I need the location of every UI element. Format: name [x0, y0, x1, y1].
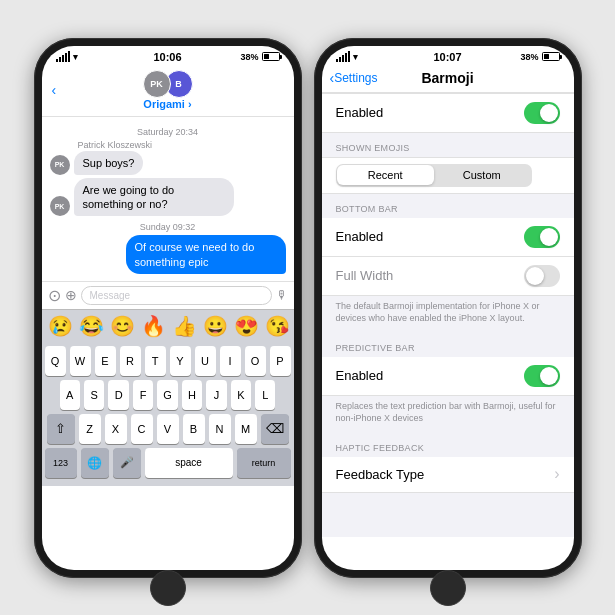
section-bottom-bar: BOTTOM BAR Enabled Full Width The defaul: [322, 194, 574, 333]
sender-name-pk: Patrick Kloszewski: [78, 140, 286, 150]
status-left: ▾: [56, 51, 78, 62]
message-input[interactable]: Message: [81, 286, 272, 305]
key-o[interactable]: O: [245, 346, 266, 376]
key-c[interactable]: C: [131, 414, 153, 444]
row-feedback-type[interactable]: Feedback Type: [322, 457, 574, 493]
delete-key[interactable]: ⌫: [261, 414, 289, 444]
status-left-2: ▾: [336, 51, 358, 62]
signal-icon: [56, 51, 70, 62]
audio-icon[interactable]: 🎙: [276, 288, 288, 302]
emoji-1[interactable]: 😂: [79, 314, 104, 338]
back-button[interactable]: ‹: [52, 82, 57, 98]
key-n[interactable]: N: [209, 414, 231, 444]
battery-icon-2: [542, 52, 560, 61]
toggle-enabled-top[interactable]: [524, 102, 560, 124]
emoji-0[interactable]: 😢: [48, 314, 73, 338]
section-predictive-bar: PREDICTIVE BAR Enabled Replaces the text…: [322, 333, 574, 433]
key-r[interactable]: R: [120, 346, 141, 376]
segment-recent[interactable]: Recent: [337, 165, 434, 185]
key-j[interactable]: J: [206, 380, 226, 410]
header-bottom-bar: BOTTOM BAR: [322, 194, 574, 218]
toggle-full-width[interactable]: [524, 265, 560, 287]
home-button-2[interactable]: [430, 570, 466, 606]
nav-title-group: PK B Origami ›: [143, 70, 193, 110]
keyboard: Q W E R T Y U I O P A S D F G: [42, 342, 294, 486]
toggle-predictive-enabled[interactable]: [524, 365, 560, 387]
battery-percent: 38%: [240, 52, 258, 62]
bubble-incoming-2: Are we going to do something or no?: [74, 178, 234, 217]
signal-icon-2: [336, 51, 350, 62]
time-display-2: 10:07: [433, 51, 461, 63]
home-button[interactable]: [150, 570, 186, 606]
header-predictive-bar: PREDICTIVE BAR: [322, 333, 574, 357]
chevron-left-icon: ‹: [52, 82, 57, 98]
key-z[interactable]: Z: [79, 414, 101, 444]
date-label-sunday: Sunday 09:32: [50, 222, 286, 232]
message-row-outgoing: Of course we need to do something epic: [50, 235, 286, 274]
key-x[interactable]: X: [105, 414, 127, 444]
settings-content: Enabled SHOWN EMOJIS Recent Custom: [322, 93, 574, 537]
section-enabled: Enabled: [322, 93, 574, 133]
settings-nav: ‹ Settings Barmoji: [322, 66, 574, 93]
bubble-outgoing: Of course we need to do something epic: [126, 235, 286, 274]
app-icon[interactable]: ⊕: [65, 287, 77, 303]
row-bottom-bar-enabled: Enabled: [322, 218, 574, 257]
key-d[interactable]: D: [108, 380, 128, 410]
row-predictive-enabled: Enabled: [322, 357, 574, 396]
settings-screen: ▾ 10:07 38% ‹ Settings Barmoji: [322, 46, 574, 570]
status-bar-messages: ▾ 10:06 38%: [42, 46, 294, 66]
mic-key[interactable]: 🎤: [113, 448, 141, 478]
key-f[interactable]: F: [133, 380, 153, 410]
key-q[interactable]: Q: [45, 346, 66, 376]
avatar-pk: PK: [143, 70, 171, 98]
toggle-thumb-bb: [540, 228, 558, 246]
shift-key[interactable]: ⇧: [47, 414, 75, 444]
key-u[interactable]: U: [195, 346, 216, 376]
key-w[interactable]: W: [70, 346, 91, 376]
key-v[interactable]: V: [157, 414, 179, 444]
toggle-thumb-pb: [540, 367, 558, 385]
emoji-7[interactable]: 😘: [265, 314, 290, 338]
emoji-6[interactable]: 😍: [234, 314, 259, 338]
emoji-2[interactable]: 😊: [110, 314, 135, 338]
bubble-incoming: Sup boys?: [74, 151, 144, 175]
key-s[interactable]: S: [84, 380, 104, 410]
key-t[interactable]: T: [145, 346, 166, 376]
messages-list: Saturday 20:34 Patrick Kloszewski PK Sup…: [42, 117, 294, 281]
label-feedback-type: Feedback Type: [336, 467, 425, 482]
globe-key[interactable]: 🌐: [81, 448, 109, 478]
label-predictive-enabled: Enabled: [336, 368, 384, 383]
numbers-key[interactable]: 123: [45, 448, 77, 478]
key-p[interactable]: P: [270, 346, 291, 376]
key-b[interactable]: B: [183, 414, 205, 444]
message-placeholder: Message: [90, 290, 131, 301]
key-h[interactable]: H: [182, 380, 202, 410]
key-l[interactable]: L: [255, 380, 275, 410]
return-key[interactable]: return: [237, 448, 291, 478]
toggle-bottom-bar-enabled[interactable]: [524, 226, 560, 248]
key-a[interactable]: A: [60, 380, 80, 410]
label-bottom-bar-enabled: Enabled: [336, 229, 384, 244]
segment-custom[interactable]: Custom: [434, 165, 531, 185]
emoji-5[interactable]: 😀: [203, 314, 228, 338]
emoji-4[interactable]: 👍: [172, 314, 197, 338]
contact-name[interactable]: Origami ›: [143, 98, 191, 110]
keyboard-row-1: Q W E R T Y U I O P: [45, 346, 291, 376]
key-e[interactable]: E: [95, 346, 116, 376]
back-label: Settings: [334, 71, 377, 85]
settings-page-title: Barmoji: [421, 70, 473, 86]
key-m[interactable]: M: [235, 414, 257, 444]
key-i[interactable]: I: [220, 346, 241, 376]
space-key[interactable]: space: [145, 448, 233, 478]
settings-back-button[interactable]: ‹ Settings: [330, 70, 378, 86]
time-display: 10:06: [153, 51, 181, 63]
label-enabled-top: Enabled: [336, 105, 384, 120]
camera-icon[interactable]: ⊙: [48, 286, 61, 305]
status-right-2: 38%: [520, 52, 559, 62]
key-k[interactable]: K: [231, 380, 251, 410]
key-y[interactable]: Y: [170, 346, 191, 376]
keyboard-row-4: 123 🌐 🎤 space return: [45, 448, 291, 478]
emoji-3[interactable]: 🔥: [141, 314, 166, 338]
desc-bottom-bar: The default Barmoji implementation for i…: [322, 296, 574, 333]
key-g[interactable]: G: [157, 380, 177, 410]
